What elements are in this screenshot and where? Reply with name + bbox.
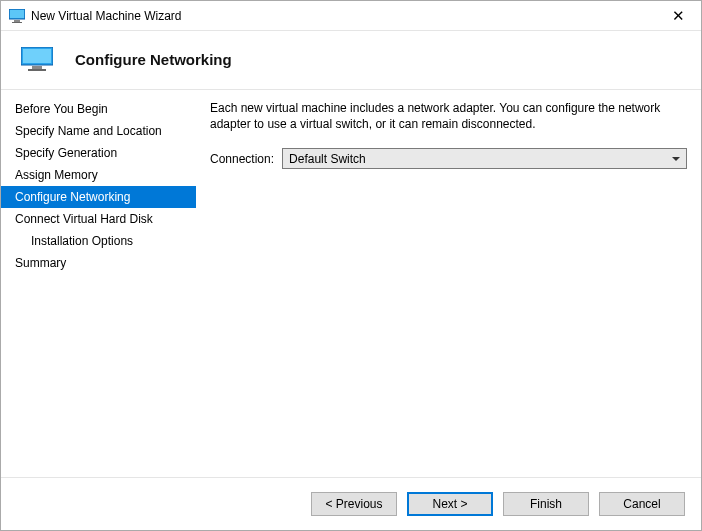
wizard-footer: < Previous Next > Finish Cancel xyxy=(1,477,701,530)
wizard-step[interactable]: Installation Options xyxy=(1,230,196,252)
wizard-steps-sidebar: Before You BeginSpecify Name and Locatio… xyxy=(1,90,196,477)
wizard-step-label: Summary xyxy=(15,256,66,270)
wizard-step-label: Installation Options xyxy=(31,234,133,248)
wizard-step-label: Configure Networking xyxy=(15,190,130,204)
wizard-step-label: Connect Virtual Hard Disk xyxy=(15,212,153,226)
wizard-header-icon xyxy=(21,47,53,71)
svg-rect-5 xyxy=(23,49,51,63)
wizard-step-label: Before You Begin xyxy=(15,102,108,116)
previous-button[interactable]: < Previous xyxy=(311,492,397,516)
wizard-step-label: Specify Generation xyxy=(15,146,117,160)
wizard-step[interactable]: Assign Memory xyxy=(1,164,196,186)
svg-rect-2 xyxy=(14,20,20,22)
wizard-step[interactable]: Specify Name and Location xyxy=(1,120,196,142)
wizard-header: Configure Networking xyxy=(1,31,701,89)
wizard-step-label: Specify Name and Location xyxy=(15,124,162,138)
app-icon xyxy=(9,9,25,23)
wizard-step[interactable]: Connect Virtual Hard Disk xyxy=(1,208,196,230)
wizard-content: Each new virtual machine includes a netw… xyxy=(196,90,701,477)
wizard-step[interactable]: Before You Begin xyxy=(1,98,196,120)
next-button[interactable]: Next > xyxy=(407,492,493,516)
wizard-step[interactable]: Configure Networking xyxy=(1,186,196,208)
svg-rect-1 xyxy=(10,10,24,18)
connection-row: Connection: Default Switch xyxy=(210,148,687,169)
svg-rect-6 xyxy=(32,66,42,69)
window-title: New Virtual Machine Wizard xyxy=(31,9,656,23)
svg-rect-3 xyxy=(12,22,22,23)
wizard-window: New Virtual Machine Wizard ✕ Configure N… xyxy=(0,0,702,531)
connection-select[interactable]: Default Switch xyxy=(282,148,687,169)
finish-button[interactable]: Finish xyxy=(503,492,589,516)
wizard-body: Before You BeginSpecify Name and Locatio… xyxy=(1,89,701,477)
svg-rect-7 xyxy=(28,69,46,71)
wizard-step[interactable]: Specify Generation xyxy=(1,142,196,164)
description-text: Each new virtual machine includes a netw… xyxy=(210,100,687,132)
close-button[interactable]: ✕ xyxy=(656,1,701,31)
connection-select-value[interactable]: Default Switch xyxy=(282,148,687,169)
cancel-button[interactable]: Cancel xyxy=(599,492,685,516)
page-heading: Configure Networking xyxy=(75,51,232,68)
connection-label: Connection: xyxy=(210,152,274,166)
titlebar: New Virtual Machine Wizard ✕ xyxy=(1,1,701,31)
wizard-step-label: Assign Memory xyxy=(15,168,98,182)
wizard-step[interactable]: Summary xyxy=(1,252,196,274)
